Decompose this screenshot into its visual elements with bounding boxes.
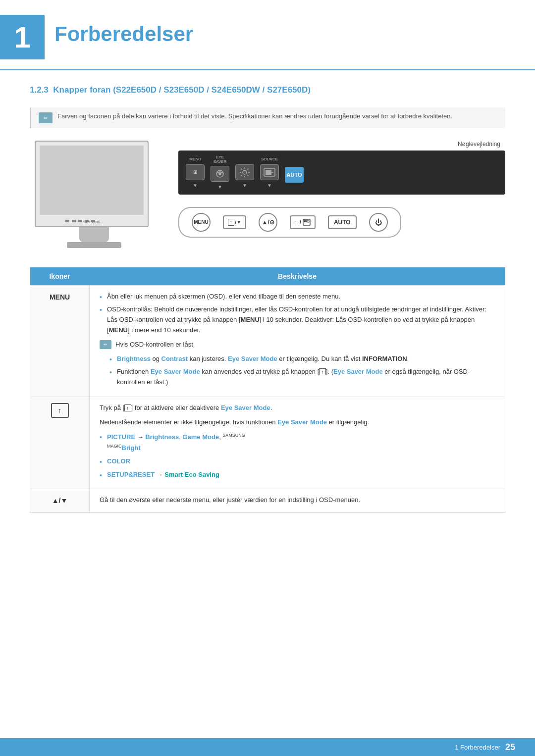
btn-auto: AUTO: [328, 215, 357, 229]
key-eye-saver-label: EYESAVER: [214, 155, 227, 164]
monitor-outer: SAMSUNG: [35, 141, 149, 227]
updown-icon-cell: ▲/▼: [30, 489, 90, 512]
note-text: Farven og faconen på dele kan variere i …: [57, 112, 452, 120]
key-brightness-arrow: ▼: [242, 183, 247, 188]
updown-desc-cell: Gå til den øverste eller nederste menu, …: [90, 489, 505, 512]
svg-line-10: [241, 175, 242, 176]
menu-note-text: Hvis OSD-kontrollen er låst,: [115, 340, 195, 350]
table-header-icons: Ikoner: [30, 267, 90, 286]
key-menu-arrow: ▼: [193, 183, 198, 188]
key-brightness-icon: [235, 164, 254, 180]
monitor-screen: [40, 146, 144, 215]
key-menu: MENU ⊞ ▼: [186, 157, 205, 188]
menu-desc-1: Åbn eller luk menuen på skærmen (OSD), e…: [100, 292, 495, 302]
menu-icon-cell: MENU: [30, 285, 90, 397]
note-box: ✏ Farven og faconen på dele kan variere …: [30, 107, 505, 128]
eye-saver-list: PICTURE → Brightness, Game Mode, SAMSUNG…: [100, 432, 495, 480]
monitor-stand: [79, 227, 109, 242]
key-brightness: ▼: [235, 157, 254, 188]
key-eye-saver: EYESAVER ▼: [211, 155, 229, 190]
key-menu-label: MENU: [189, 157, 201, 163]
svg-rect-12: [266, 170, 271, 175]
table-row-menu: MENU Åbn eller luk menuen på skærmen (OS…: [30, 285, 505, 397]
monitor-button-3: [78, 220, 82, 222]
main-content: 1.2.3 Knapper foran (S22E650D / S23E650D…: [0, 70, 535, 553]
key-auto: AUTO: [285, 159, 304, 185]
page-footer: 1 Forberedelser 25: [0, 738, 535, 756]
key-source-arrow: ▼: [267, 183, 272, 188]
menu-sub-1: Brightness og Contrast kan justeres. Eye…: [109, 354, 495, 364]
page-header: 1 Forberedelser: [0, 0, 535, 70]
footer-page-number: 25: [505, 742, 515, 753]
key-guide-label: Nøglevejledning: [178, 141, 505, 148]
btn-up-ok: ▲/⊙: [259, 213, 277, 232]
svg-point-2: [243, 170, 247, 174]
btn-power: ⏻: [369, 213, 388, 232]
menu-note-inline: ✏ Hvis OSD-kontrollen er låst,: [100, 340, 495, 350]
monitor-base: [67, 242, 121, 248]
monitor-brand: SAMSUNG: [83, 220, 100, 224]
eye-saver-item-3: SETUP&RESET → Smart Eco Saving: [100, 470, 495, 480]
svg-line-8: [247, 175, 248, 176]
menu-sub-2: Funktionen Eye Saver Mode kan anvendes v…: [109, 367, 495, 388]
key-menu-icon: ⊞: [186, 164, 205, 180]
table-row-eye-saver: ↑ Tryk på [↑] for at aktivere eller deak…: [30, 397, 505, 489]
table-row-updown: ▲/▼ Gå til den øverste eller nederste me…: [30, 489, 505, 512]
chapter-title: Forberedelser: [54, 15, 193, 46]
bottom-buttons-container: MENU ↑ /▼ ▲/⊙ □/: [178, 207, 505, 238]
info-table: Ikoner Beskrivelse MENU Åbn eller luk me…: [30, 267, 505, 513]
svg-point-1: [218, 172, 221, 175]
menu-note-icon: ✏: [100, 340, 111, 349]
btn-eye-saver-toggle: ↑ /▼: [223, 215, 246, 229]
menu-label: MENU: [50, 293, 70, 301]
key-eye-saver-arrow: ▼: [217, 184, 222, 190]
eye-saver-icon-cell: ↑: [30, 397, 90, 489]
svg-line-7: [241, 168, 242, 169]
menu-desc-2: OSD-kontrollås: Behold de nuværende inds…: [100, 304, 495, 335]
eye-saver-desc-1: Tryk på [↑] for at aktivere eller deakti…: [100, 403, 495, 413]
table-header-desc: Beskrivelse: [90, 267, 505, 286]
updown-desc: Gå til den øverste eller nederste menu, …: [100, 495, 495, 505]
diagram-area: SAMSUNG Nøglevejledning MENU ⊞ ▼ EYESAVE…: [30, 141, 505, 252]
eye-saver-desc-2: Nedenstående elementer er ikke tilgængel…: [100, 417, 495, 428]
key-guide-section: Nøglevejledning MENU ⊞ ▼ EYESAVER: [178, 141, 505, 252]
footer-text: 1 Forberedelser: [455, 744, 500, 751]
svg-rect-15: [304, 220, 307, 222]
eye-saver-desc-cell: Tryk på [↑] for at aktivere eller deakti…: [90, 397, 505, 489]
eye-saver-item-2: COLOR: [100, 456, 495, 467]
btn-dual-input: □/: [290, 215, 316, 229]
section-heading: 1.2.3 Knapper foran (S22E650D / S23E650D…: [30, 85, 505, 98]
key-eye-saver-icon: [211, 166, 229, 182]
svg-line-9: [247, 168, 248, 169]
key-guide-box: MENU ⊞ ▼ EYESAVER ▼: [178, 151, 505, 195]
monitor-illustration: SAMSUNG: [30, 141, 159, 248]
bottom-buttons-row: MENU ↑ /▼ ▲/⊙ □/: [178, 207, 401, 238]
chapter-number: 1: [0, 15, 45, 59]
btn-menu: MENU: [192, 213, 211, 232]
eye-saver-item-1: PICTURE → Brightness, Game Mode, SAMSUNG…: [100, 432, 495, 454]
eye-saver-icon: ↑: [51, 403, 69, 418]
menu-desc-cell: Åbn eller luk menuen på skærmen (OSD), e…: [90, 285, 505, 397]
key-auto-icon: AUTO: [285, 167, 304, 183]
monitor-button-2: [72, 220, 76, 222]
note-icon: ✏: [39, 112, 53, 123]
menu-sub-list: Brightness og Contrast kan justeres. Eye…: [109, 354, 495, 388]
key-source: SOURCE ▼: [260, 157, 279, 188]
key-source-icon: [260, 164, 279, 180]
updown-label: ▲/▼: [52, 497, 68, 504]
monitor-button-1: [65, 220, 69, 222]
menu-bullet-list: Åbn eller luk menuen på skærmen (OSD), e…: [100, 292, 495, 336]
key-source-label: SOURCE: [261, 157, 278, 163]
svg-rect-16: [307, 220, 309, 222]
